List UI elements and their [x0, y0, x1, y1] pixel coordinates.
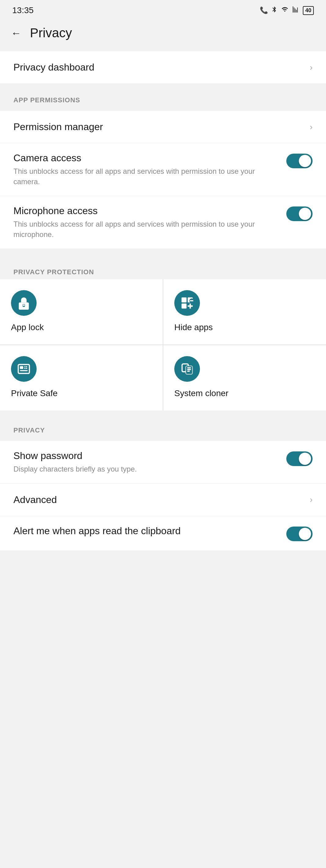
svg-rect-3 — [182, 298, 187, 303]
privacy-protection-grid: App lock Hide apps — [0, 279, 326, 410]
microphone-access-toggle[interactable] — [286, 207, 313, 221]
divider-3 — [0, 410, 326, 418]
status-time: 13:35 — [12, 5, 34, 15]
toggle-track-4 — [286, 527, 313, 541]
toggle-track — [286, 154, 313, 168]
app-lock-label: App lock — [11, 322, 44, 332]
microphone-access-title: Microphone access — [13, 205, 277, 217]
status-bar: 13:35 📞 40 — [0, 0, 326, 18]
svg-rect-13 — [26, 366, 27, 367]
divider-2 — [0, 252, 326, 259]
bluetooth-icon — [271, 6, 278, 15]
privacy-dashboard-item[interactable]: Privacy dashboard › — [0, 51, 326, 83]
show-password-toggle[interactable] — [286, 452, 313, 466]
system-cloner-item[interactable]: System cloner — [163, 345, 326, 410]
private-safe-label: Private Safe — [11, 389, 58, 398]
battery-icon: 40 — [303, 6, 314, 15]
permission-manager-item[interactable]: Permission manager › — [0, 111, 326, 143]
page-title: Privacy — [30, 26, 72, 40]
advanced-label: Advanced — [13, 494, 57, 505]
svg-rect-14 — [25, 368, 26, 369]
privacy-section-label: PRIVACY — [0, 418, 326, 437]
toggle-thumb-4 — [299, 528, 311, 540]
svg-rect-15 — [26, 368, 27, 369]
show-password-subtitle: Display characters briefly as you type. — [13, 464, 277, 474]
back-button[interactable]: ← — [11, 27, 21, 39]
camera-access-subtitle: This unblocks access for all apps and se… — [13, 166, 277, 187]
privacy-dashboard-section: Privacy dashboard › — [0, 51, 326, 83]
private-safe-item[interactable]: Private Safe — [0, 345, 163, 410]
svg-rect-5 — [182, 304, 187, 309]
show-password-item: Show password Display characters briefly… — [0, 441, 326, 484]
toggle-thumb — [299, 155, 311, 167]
alert-clipboard-item: Alert me when apps read the clipboard — [0, 516, 326, 550]
private-safe-icon-bg — [11, 356, 37, 382]
system-cloner-label: System cloner — [174, 389, 228, 398]
app-permissions-label: APP PERMISSIONS — [0, 88, 326, 107]
page-header: ← Privacy — [0, 18, 326, 48]
app-lock-icon-bg — [11, 290, 37, 316]
toggle-track-3 — [286, 452, 313, 466]
chevron-right-icon-2: › — [310, 122, 313, 132]
privacy-protection-label: PRIVACY PROTECTION — [0, 259, 326, 279]
microphone-access-subtitle: This unblocks access for all apps and se… — [13, 219, 277, 240]
show-password-text: Show password Display characters briefly… — [13, 450, 277, 474]
camera-access-text: Camera access This unblocks access for a… — [13, 152, 277, 187]
svg-rect-12 — [25, 366, 26, 367]
chevron-right-icon: › — [310, 63, 313, 72]
camera-access-title: Camera access — [13, 152, 277, 164]
microphone-access-item: Microphone access This unblocks access f… — [0, 196, 326, 249]
microphone-access-text: Microphone access This unblocks access f… — [13, 205, 277, 240]
svg-rect-11 — [20, 366, 23, 369]
toggle-thumb-3 — [299, 453, 311, 465]
call-icon: 📞 — [260, 6, 268, 14]
app-permissions-section: Permission manager › Camera access This … — [0, 111, 326, 249]
system-cloner-icon-bg — [174, 356, 200, 382]
svg-rect-10 — [18, 365, 30, 374]
app-lock-icon — [17, 296, 31, 310]
chevron-right-icon-3: › — [310, 495, 313, 504]
camera-access-item: Camera access This unblocks access for a… — [0, 143, 326, 196]
signal-icon — [292, 6, 300, 15]
hide-apps-icon-bg — [174, 290, 200, 316]
hide-apps-icon — [181, 296, 194, 310]
wifi-icon — [281, 6, 289, 15]
hide-apps-item[interactable]: Hide apps — [163, 279, 326, 344]
svg-point-2 — [23, 305, 25, 306]
app-lock-item[interactable]: App lock — [0, 279, 163, 344]
status-icons: 📞 40 — [260, 6, 314, 15]
alert-clipboard-title: Alert me when apps read the clipboard — [13, 525, 277, 537]
hide-apps-label: Hide apps — [174, 322, 213, 332]
svg-rect-22 — [187, 371, 190, 372]
alert-clipboard-text: Alert me when apps read the clipboard — [13, 525, 277, 539]
camera-access-toggle[interactable] — [286, 154, 313, 168]
toggle-thumb-2 — [299, 208, 311, 220]
alert-clipboard-toggle[interactable] — [286, 527, 313, 541]
divider-bottom — [0, 554, 326, 561]
svg-rect-16 — [20, 370, 28, 371]
permission-manager-label: Permission manager — [13, 121, 103, 132]
svg-rect-21 — [187, 369, 191, 370]
privacy-section: Show password Display characters briefly… — [0, 441, 326, 550]
system-cloner-icon — [181, 362, 194, 376]
svg-rect-20 — [187, 367, 191, 369]
private-safe-icon — [17, 362, 31, 376]
toggle-track-2 — [286, 207, 313, 221]
privacy-dashboard-label: Privacy dashboard — [13, 62, 94, 73]
advanced-item[interactable]: Advanced › — [0, 484, 326, 516]
show-password-title: Show password — [13, 450, 277, 462]
